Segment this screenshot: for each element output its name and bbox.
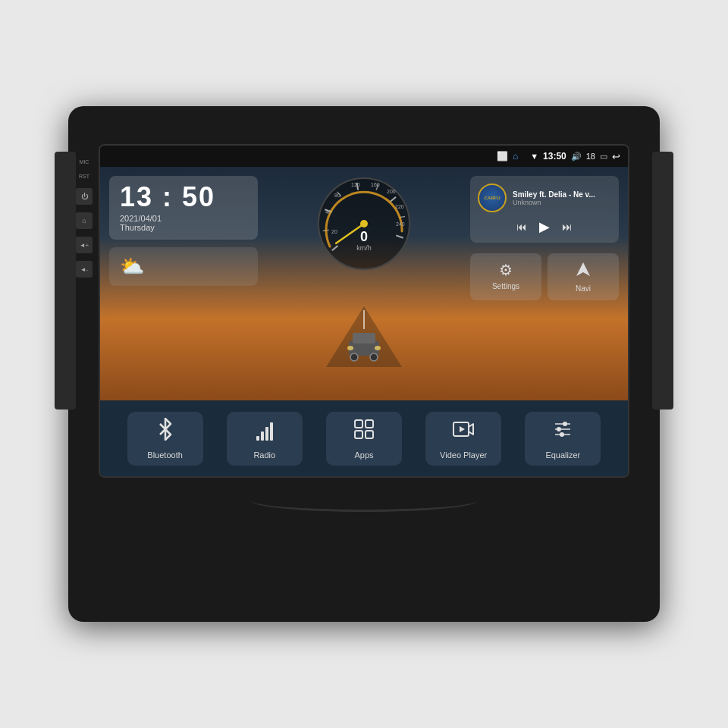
music-widget[interactable]: CARFU Smiley ft. Delia - Ne v... Unknown…: [470, 176, 619, 243]
status-left-icons: ⬜ ⌂: [108, 146, 526, 167]
svg-rect-34: [265, 427, 268, 441]
navi-icon: [575, 261, 592, 281]
radio-label: Radio: [253, 450, 275, 460]
svg-rect-36: [355, 420, 362, 428]
apps-icon: [353, 418, 375, 446]
svg-text:40: 40: [325, 209, 331, 215]
svg-text:200: 200: [387, 189, 396, 194]
speedometer-svg: 0 km/h 20 40 80 120 160 200 220 240: [315, 174, 413, 273]
chin-curve: [250, 489, 478, 512]
left-panel: 13 : 50 2021/04/01 Thursday ⛅: [100, 167, 267, 400]
prev-button[interactable]: ⏮: [516, 221, 527, 233]
navi-label: Navi: [576, 284, 591, 293]
music-artist: Unknown: [513, 199, 611, 206]
music-title: Smiley ft. Delia - Ne v...: [513, 190, 611, 199]
svg-text:0: 0: [360, 229, 368, 244]
apps-label: Apps: [354, 450, 373, 460]
play-button[interactable]: ▶: [539, 218, 550, 235]
weather-widget: ⛅: [109, 247, 258, 286]
bracket-right: [652, 152, 673, 410]
settings-navi-row: ⚙ Settings Navi: [470, 253, 619, 300]
clock-time: 13 : 50: [120, 184, 247, 211]
svg-rect-37: [366, 420, 373, 428]
bluetooth-label: Bluetooth: [147, 450, 182, 460]
mic-label: MIC: [80, 159, 89, 165]
speedometer: 0 km/h 20 40 80 120 160 200 220 240: [315, 174, 413, 273]
battery-icon: ▭: [600, 152, 607, 162]
side-buttons: MIC RST ⏻ ⌂ ◄+ ◄-: [76, 159, 93, 278]
video-label: Video Player: [440, 450, 487, 460]
bluetooth-icon: [154, 418, 177, 446]
bluetooth-app[interactable]: Bluetooth: [127, 412, 203, 466]
settings-label: Settings: [492, 282, 519, 290]
status-time: 13:50: [543, 151, 566, 162]
svg-point-11: [360, 220, 368, 228]
svg-marker-31: [576, 262, 590, 276]
svg-text:160: 160: [371, 182, 380, 187]
clock-widget: 13 : 50 2021/04/01 Thursday: [109, 176, 258, 240]
radio-icon: [253, 418, 276, 446]
status-bar: ⬜ ⌂ ▼ 13:50 🔊 18 ▭ ↩: [100, 146, 628, 167]
dashboard-content: 13 : 50 2021/04/01 Thursday ⛅: [100, 167, 628, 400]
home-status-icon: ⌂: [513, 151, 518, 162]
svg-rect-32: [256, 436, 259, 441]
svg-rect-38: [355, 431, 362, 438]
equalizer-icon: [551, 418, 574, 446]
bracket-left: [55, 152, 76, 410]
svg-point-30: [375, 346, 381, 350]
music-info-row: CARFU Smiley ft. Delia - Ne v... Unknown: [478, 184, 611, 212]
svg-point-29: [347, 346, 353, 350]
svg-point-28: [370, 353, 378, 361]
svg-point-48: [560, 432, 564, 437]
volume-level: 18: [586, 152, 595, 161]
main-screen: ⬜ ⌂ ▼ 13:50 🔊 18 ▭ ↩ 13 : 50 2021/04/01 …: [99, 144, 629, 478]
rst-label: RST: [79, 174, 89, 179]
right-panel: CARFU Smiley ft. Delia - Ne v... Unknown…: [461, 167, 628, 400]
unit-bottom: [99, 478, 629, 523]
window-icon: ⬜: [497, 151, 508, 162]
svg-rect-35: [270, 422, 273, 441]
clock-date: 2021/04/01 Thursday: [120, 214, 247, 232]
apps-app[interactable]: Apps: [326, 412, 402, 466]
back-icon[interactable]: ↩: [612, 151, 620, 162]
vol-up-button[interactable]: ◄+: [76, 237, 93, 253]
center-panel: 0 km/h 20 40 80 120 160 200 220 240: [267, 167, 461, 400]
settings-button[interactable]: ⚙ Settings: [470, 253, 541, 300]
equalizer-app[interactable]: Equalizer: [525, 412, 601, 466]
car-head-unit: MIC RST ⏻ ⌂ ◄+ ◄- ⬜ ⌂ ▼ 13:50 🔊 18 ▭ ↩ 1…: [68, 106, 660, 622]
radio-app[interactable]: Radio: [227, 412, 303, 466]
settings-icon: ⚙: [499, 261, 513, 279]
svg-text:km/h: km/h: [356, 244, 372, 252]
equalizer-label: Equalizer: [545, 450, 580, 460]
svg-point-46: [557, 427, 561, 431]
svg-marker-42: [460, 426, 465, 432]
svg-text:20: 20: [331, 229, 337, 234]
svg-text:220: 220: [395, 204, 404, 209]
svg-text:80: 80: [334, 193, 340, 198]
wifi-icon: ▼: [530, 152, 538, 161]
svg-text:120: 120: [351, 182, 360, 187]
svg-point-47: [563, 422, 567, 426]
home-side-button[interactable]: ⌂: [76, 212, 93, 229]
next-button[interactable]: ⏭: [562, 221, 573, 233]
volume-icon: 🔊: [571, 152, 582, 162]
video-app[interactable]: Video Player: [425, 412, 501, 466]
road-scene: [296, 299, 432, 367]
svg-point-27: [350, 353, 358, 361]
vol-down-button[interactable]: ◄-: [76, 261, 93, 278]
music-controls: ⏮ ▶ ⏭: [478, 218, 611, 235]
music-info: Smiley ft. Delia - Ne v... Unknown: [513, 190, 611, 206]
svg-rect-33: [261, 431, 264, 441]
carfu-logo: CARFU: [478, 184, 507, 212]
svg-rect-26: [353, 333, 375, 344]
svg-text:240: 240: [396, 221, 405, 227]
svg-rect-39: [366, 431, 373, 438]
power-button[interactable]: ⏻: [76, 188, 93, 205]
weather-icon: ⛅: [120, 255, 144, 278]
navi-button[interactable]: Navi: [548, 253, 619, 300]
app-bar: Bluetooth Radio: [100, 400, 628, 476]
video-icon: [452, 418, 475, 446]
